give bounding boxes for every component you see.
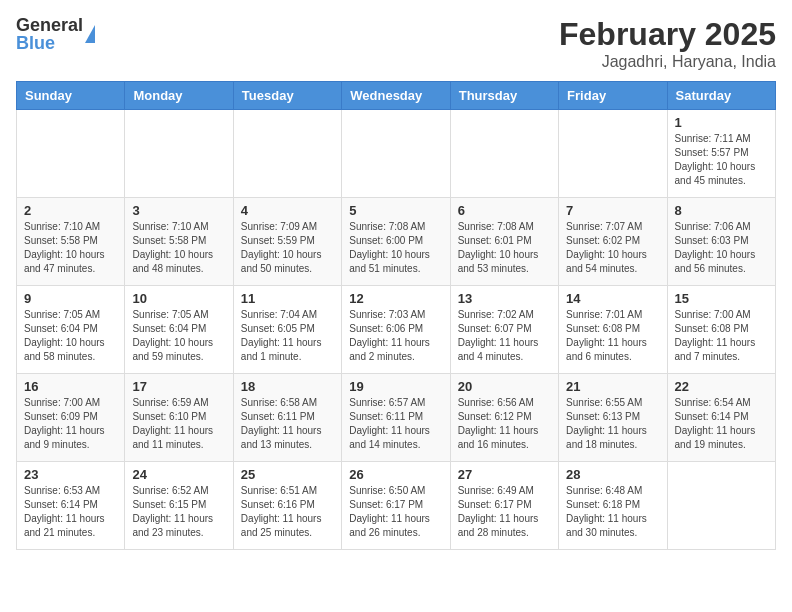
day-info: Sunrise: 6:53 AM Sunset: 6:14 PM Dayligh… — [24, 484, 117, 540]
day-info: Sunrise: 7:09 AM Sunset: 5:59 PM Dayligh… — [241, 220, 334, 276]
calendar-cell: 12Sunrise: 7:03 AM Sunset: 6:06 PM Dayli… — [342, 286, 450, 374]
title-section: February 2025 Jagadhri, Haryana, India — [559, 16, 776, 71]
day-info: Sunrise: 7:08 AM Sunset: 6:00 PM Dayligh… — [349, 220, 442, 276]
day-info: Sunrise: 6:52 AM Sunset: 6:15 PM Dayligh… — [132, 484, 225, 540]
calendar-cell: 9Sunrise: 7:05 AM Sunset: 6:04 PM Daylig… — [17, 286, 125, 374]
day-number: 17 — [132, 379, 225, 394]
calendar-week-1: 1Sunrise: 7:11 AM Sunset: 5:57 PM Daylig… — [17, 110, 776, 198]
weekday-header-row: SundayMondayTuesdayWednesdayThursdayFrid… — [17, 82, 776, 110]
calendar-week-4: 16Sunrise: 7:00 AM Sunset: 6:09 PM Dayli… — [17, 374, 776, 462]
day-number: 12 — [349, 291, 442, 306]
day-number: 11 — [241, 291, 334, 306]
day-number: 2 — [24, 203, 117, 218]
weekday-header-tuesday: Tuesday — [233, 82, 341, 110]
calendar-cell: 3Sunrise: 7:10 AM Sunset: 5:58 PM Daylig… — [125, 198, 233, 286]
calendar-cell: 1Sunrise: 7:11 AM Sunset: 5:57 PM Daylig… — [667, 110, 775, 198]
calendar-cell: 6Sunrise: 7:08 AM Sunset: 6:01 PM Daylig… — [450, 198, 558, 286]
calendar-cell: 14Sunrise: 7:01 AM Sunset: 6:08 PM Dayli… — [559, 286, 667, 374]
day-info: Sunrise: 6:58 AM Sunset: 6:11 PM Dayligh… — [241, 396, 334, 452]
day-number: 19 — [349, 379, 442, 394]
day-info: Sunrise: 7:11 AM Sunset: 5:57 PM Dayligh… — [675, 132, 768, 188]
calendar-cell — [342, 110, 450, 198]
calendar-header: SundayMondayTuesdayWednesdayThursdayFrid… — [17, 82, 776, 110]
calendar-cell: 7Sunrise: 7:07 AM Sunset: 6:02 PM Daylig… — [559, 198, 667, 286]
day-info: Sunrise: 7:00 AM Sunset: 6:08 PM Dayligh… — [675, 308, 768, 364]
calendar-cell: 27Sunrise: 6:49 AM Sunset: 6:17 PM Dayli… — [450, 462, 558, 550]
calendar-week-3: 9Sunrise: 7:05 AM Sunset: 6:04 PM Daylig… — [17, 286, 776, 374]
calendar-week-2: 2Sunrise: 7:10 AM Sunset: 5:58 PM Daylig… — [17, 198, 776, 286]
calendar-cell: 25Sunrise: 6:51 AM Sunset: 6:16 PM Dayli… — [233, 462, 341, 550]
day-number: 1 — [675, 115, 768, 130]
calendar-cell: 21Sunrise: 6:55 AM Sunset: 6:13 PM Dayli… — [559, 374, 667, 462]
page-header: General Blue February 2025 Jagadhri, Har… — [16, 16, 776, 71]
calendar-cell: 23Sunrise: 6:53 AM Sunset: 6:14 PM Dayli… — [17, 462, 125, 550]
day-number: 21 — [566, 379, 659, 394]
day-number: 7 — [566, 203, 659, 218]
day-number: 4 — [241, 203, 334, 218]
day-number: 24 — [132, 467, 225, 482]
day-info: Sunrise: 7:03 AM Sunset: 6:06 PM Dayligh… — [349, 308, 442, 364]
day-number: 3 — [132, 203, 225, 218]
day-number: 10 — [132, 291, 225, 306]
calendar-cell: 4Sunrise: 7:09 AM Sunset: 5:59 PM Daylig… — [233, 198, 341, 286]
calendar-cell: 2Sunrise: 7:10 AM Sunset: 5:58 PM Daylig… — [17, 198, 125, 286]
day-info: Sunrise: 7:07 AM Sunset: 6:02 PM Dayligh… — [566, 220, 659, 276]
calendar-cell: 28Sunrise: 6:48 AM Sunset: 6:18 PM Dayli… — [559, 462, 667, 550]
day-info: Sunrise: 6:55 AM Sunset: 6:13 PM Dayligh… — [566, 396, 659, 452]
day-number: 14 — [566, 291, 659, 306]
day-info: Sunrise: 7:01 AM Sunset: 6:08 PM Dayligh… — [566, 308, 659, 364]
calendar-cell: 26Sunrise: 6:50 AM Sunset: 6:17 PM Dayli… — [342, 462, 450, 550]
day-number: 8 — [675, 203, 768, 218]
logo-text: General Blue — [16, 16, 83, 52]
calendar-cell: 17Sunrise: 6:59 AM Sunset: 6:10 PM Dayli… — [125, 374, 233, 462]
calendar-cell: 16Sunrise: 7:00 AM Sunset: 6:09 PM Dayli… — [17, 374, 125, 462]
day-info: Sunrise: 6:54 AM Sunset: 6:14 PM Dayligh… — [675, 396, 768, 452]
calendar-table: SundayMondayTuesdayWednesdayThursdayFrid… — [16, 81, 776, 550]
calendar-cell — [125, 110, 233, 198]
day-number: 5 — [349, 203, 442, 218]
calendar-cell: 18Sunrise: 6:58 AM Sunset: 6:11 PM Dayli… — [233, 374, 341, 462]
calendar-cell: 20Sunrise: 6:56 AM Sunset: 6:12 PM Dayli… — [450, 374, 558, 462]
logo-blue: Blue — [16, 34, 83, 52]
weekday-header-sunday: Sunday — [17, 82, 125, 110]
day-number: 20 — [458, 379, 551, 394]
month-title: February 2025 — [559, 16, 776, 53]
calendar-cell — [233, 110, 341, 198]
day-info: Sunrise: 6:49 AM Sunset: 6:17 PM Dayligh… — [458, 484, 551, 540]
calendar-cell — [17, 110, 125, 198]
calendar-cell: 15Sunrise: 7:00 AM Sunset: 6:08 PM Dayli… — [667, 286, 775, 374]
day-number: 28 — [566, 467, 659, 482]
day-number: 25 — [241, 467, 334, 482]
location-subtitle: Jagadhri, Haryana, India — [559, 53, 776, 71]
day-number: 6 — [458, 203, 551, 218]
calendar-cell: 13Sunrise: 7:02 AM Sunset: 6:07 PM Dayli… — [450, 286, 558, 374]
calendar-cell — [450, 110, 558, 198]
calendar-cell: 22Sunrise: 6:54 AM Sunset: 6:14 PM Dayli… — [667, 374, 775, 462]
calendar-cell: 8Sunrise: 7:06 AM Sunset: 6:03 PM Daylig… — [667, 198, 775, 286]
day-number: 18 — [241, 379, 334, 394]
weekday-header-monday: Monday — [125, 82, 233, 110]
weekday-header-thursday: Thursday — [450, 82, 558, 110]
calendar-cell — [667, 462, 775, 550]
day-number: 9 — [24, 291, 117, 306]
day-info: Sunrise: 7:10 AM Sunset: 5:58 PM Dayligh… — [24, 220, 117, 276]
day-number: 16 — [24, 379, 117, 394]
day-info: Sunrise: 6:56 AM Sunset: 6:12 PM Dayligh… — [458, 396, 551, 452]
calendar-cell — [559, 110, 667, 198]
day-number: 13 — [458, 291, 551, 306]
day-info: Sunrise: 7:10 AM Sunset: 5:58 PM Dayligh… — [132, 220, 225, 276]
weekday-header-friday: Friday — [559, 82, 667, 110]
day-info: Sunrise: 6:50 AM Sunset: 6:17 PM Dayligh… — [349, 484, 442, 540]
calendar-cell: 19Sunrise: 6:57 AM Sunset: 6:11 PM Dayli… — [342, 374, 450, 462]
day-number: 22 — [675, 379, 768, 394]
weekday-header-saturday: Saturday — [667, 82, 775, 110]
logo: General Blue — [16, 16, 95, 52]
day-info: Sunrise: 6:57 AM Sunset: 6:11 PM Dayligh… — [349, 396, 442, 452]
logo-general: General — [16, 16, 83, 34]
day-number: 15 — [675, 291, 768, 306]
calendar-body: 1Sunrise: 7:11 AM Sunset: 5:57 PM Daylig… — [17, 110, 776, 550]
calendar-cell: 5Sunrise: 7:08 AM Sunset: 6:00 PM Daylig… — [342, 198, 450, 286]
day-info: Sunrise: 7:06 AM Sunset: 6:03 PM Dayligh… — [675, 220, 768, 276]
day-info: Sunrise: 7:00 AM Sunset: 6:09 PM Dayligh… — [24, 396, 117, 452]
weekday-header-wednesday: Wednesday — [342, 82, 450, 110]
